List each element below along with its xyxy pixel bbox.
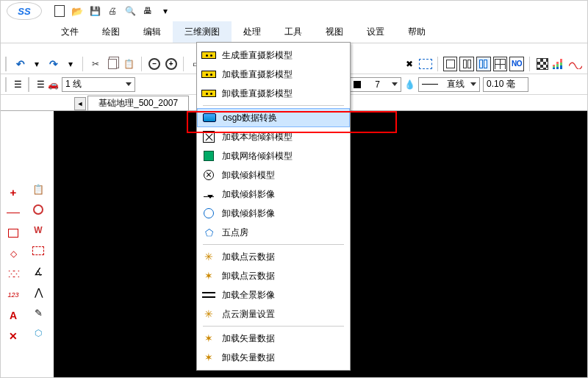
grid-icon[interactable] xyxy=(493,57,508,71)
menu-item-unload-pointcloud[interactable]: ✶ 卸载点云数据 xyxy=(197,266,350,285)
zoom-out-icon[interactable] xyxy=(147,57,162,71)
menu-help[interactable]: 帮助 xyxy=(396,21,437,43)
menu-item-load-pointcloud[interactable]: ✳ 加载点云数据 xyxy=(197,247,350,266)
polygon-tool-icon[interactable]: ◇ xyxy=(5,246,21,261)
menu-item-unload-oblique-image[interactable]: 卸载倾斜影像 xyxy=(197,204,350,223)
text-tool-icon[interactable]: A xyxy=(5,308,21,323)
menu-file[interactable]: 文件 xyxy=(49,21,90,43)
w-tool-icon[interactable]: W xyxy=(30,223,46,238)
yellow-bar-icon xyxy=(201,86,216,101)
save-icon[interactable] xyxy=(88,4,101,18)
layout-1-icon[interactable] xyxy=(443,57,458,71)
chevron-down-icon xyxy=(126,82,132,86)
select-rect-icon[interactable] xyxy=(30,243,46,258)
menu-item-load-panorama[interactable]: 加载全景影像 xyxy=(197,285,350,304)
linestyle-dropdown[interactable]: 直线 xyxy=(418,77,480,92)
open-icon[interactable] xyxy=(71,4,84,18)
chevron-down-icon xyxy=(470,82,476,86)
number-tool-icon[interactable]: 123 xyxy=(5,288,21,302)
spark-icon: ✳ xyxy=(201,307,216,321)
clipboard-icon[interactable]: 📋 xyxy=(30,182,46,196)
fence-tool-icon[interactable]: ⵘⵘ xyxy=(5,267,21,282)
line-tool-icon[interactable] xyxy=(5,205,21,220)
print2-icon[interactable] xyxy=(141,4,154,18)
menu-item-label: 加载垂直摄影模型 xyxy=(222,68,293,81)
menu-item-load-vertical-model[interactable]: 加载垂直摄影模型 xyxy=(197,65,350,84)
print-preview-icon[interactable] xyxy=(123,4,137,18)
color-tool-icon[interactable]: ⬡ xyxy=(30,326,46,340)
menu-draw[interactable]: 绘图 xyxy=(90,21,132,43)
menu-item-load-oblique-image[interactable]: 加载倾斜影像 xyxy=(197,185,350,204)
undo-dropdown-icon[interactable]: ▾ xyxy=(30,57,45,71)
menu-process[interactable]: 处理 xyxy=(232,21,273,43)
menu-view[interactable]: 视图 xyxy=(314,21,355,43)
layout-3-icon[interactable] xyxy=(476,57,491,71)
qat-dropdown-icon[interactable]: ▾ xyxy=(159,4,172,18)
target-tool-icon[interactable] xyxy=(30,202,46,217)
delete-tool-icon[interactable]: ✕ xyxy=(5,329,21,343)
menu-item-gen-vertical-model[interactable]: 生成垂直摄影模型 xyxy=(197,46,350,65)
paste-icon[interactable] xyxy=(122,57,137,71)
menu-edit[interactable]: 编辑 xyxy=(132,21,173,43)
tab-scroll-left-icon[interactable]: ◄ xyxy=(74,97,86,110)
star-icon: ✶ xyxy=(201,268,216,283)
menu-item-osgb-convert[interactable]: osgb数据转换 xyxy=(197,108,350,127)
dropper-icon[interactable]: 💧 xyxy=(404,79,415,90)
checker-icon[interactable] xyxy=(535,57,550,71)
layers-icon[interactable]: ☰ xyxy=(14,79,22,90)
toolbar-separator xyxy=(82,57,83,71)
line-preview-icon xyxy=(422,84,438,85)
compass-tool-icon[interactable]: ⋀ xyxy=(30,285,46,299)
menu-item-load-vector[interactable]: ✶ 加载矢量数据 xyxy=(197,329,350,348)
circle-icon xyxy=(201,206,216,221)
rect-dashed-icon[interactable] xyxy=(419,59,432,69)
copy-icon[interactable] xyxy=(105,57,120,71)
chart-icon[interactable] xyxy=(551,57,566,71)
menu-settings[interactable]: 设置 xyxy=(355,21,396,43)
line-weight-dropdown[interactable]: 1 线 xyxy=(62,77,135,92)
measure-tool-icon[interactable]: ∡ xyxy=(30,264,46,279)
left-tool-palette-1: + ◇ ⵘⵘ 123 A ✕ xyxy=(1,111,26,378)
menu-item-label: 加载网络倾斜模型 xyxy=(222,150,293,163)
redo-dropdown-icon[interactable]: ▾ xyxy=(63,57,78,71)
menu-item-load-local-oblique[interactable]: 加载本地倾斜模型 xyxy=(197,127,350,146)
linestyle-value: 直线 xyxy=(447,78,465,90)
menu-item-label: 生成垂直摄影模型 xyxy=(222,49,293,62)
redo-icon[interactable] xyxy=(46,57,61,71)
no-label-icon[interactable]: NO xyxy=(509,57,524,71)
toolbar-grip[interactable] xyxy=(28,77,32,92)
undo-icon[interactable] xyxy=(13,57,28,71)
cut-icon[interactable] xyxy=(88,57,103,71)
point-tool-icon[interactable]: + xyxy=(5,185,21,199)
menu-3dmapping[interactable]: 三维测图 xyxy=(173,21,232,43)
toolbar-separator xyxy=(437,57,438,71)
menu-item-unload-vector[interactable]: ✶ 卸载矢量数据 xyxy=(197,348,350,367)
toolbar-grip[interactable] xyxy=(5,57,10,71)
scale-value: 0.10 毫 xyxy=(487,78,515,90)
target-icon[interactable]: ✖ xyxy=(403,57,417,71)
rect-tool-icon[interactable] xyxy=(5,226,21,240)
chevron-down-icon xyxy=(392,82,398,86)
new-icon[interactable] xyxy=(53,4,66,18)
menu-item-five-point[interactable]: ⬠ 五点房 xyxy=(197,223,350,242)
zoom-in-icon[interactable] xyxy=(164,57,179,71)
scale-field[interactable]: 0.10 毫 xyxy=(483,77,528,92)
wave-icon[interactable] xyxy=(568,57,583,71)
menu-item-pointcloud-settings[interactable]: ✳ 点云测量设置 xyxy=(197,304,350,324)
menu-tools[interactable]: 工具 xyxy=(273,21,314,43)
menu-item-unload-oblique[interactable]: 卸载倾斜模型 xyxy=(197,165,350,185)
circle-x-icon xyxy=(201,168,216,182)
cube-icon xyxy=(201,149,216,163)
tab-basemap[interactable]: 基础地理_500_2007 xyxy=(87,96,189,110)
vehicle-icon[interactable]: 🚗 xyxy=(48,79,59,90)
print-icon[interactable] xyxy=(106,4,119,18)
color-dropdown[interactable]: 7 xyxy=(350,77,401,92)
layers2-icon[interactable]: ☰ xyxy=(37,79,45,90)
star-icon: ✶ xyxy=(201,350,216,365)
eyedropper-tool-icon[interactable]: ✎ xyxy=(30,305,46,320)
menu-item-unload-vertical-model[interactable]: 卸载垂直摄影模型 xyxy=(197,84,350,103)
menu-item-load-net-oblique[interactable]: 加载网络倾斜模型 xyxy=(197,146,350,165)
toolbar-grip[interactable] xyxy=(5,77,10,92)
layout-2-icon[interactable] xyxy=(459,57,474,71)
yellow-bar-icon xyxy=(201,48,216,63)
